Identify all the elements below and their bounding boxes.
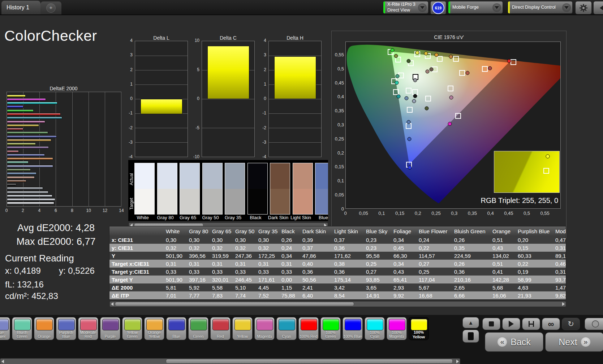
next-chevrons-icon: » <box>581 337 590 347</box>
y-tick-label: 10 <box>190 38 199 43</box>
patch-button-yellow-green[interactable]: Yellow Green <box>122 317 142 340</box>
deltae-bar-white <box>7 202 54 204</box>
patch-button-purple[interactable]: Purple <box>100 317 120 340</box>
row-label: Target Y <box>109 277 164 283</box>
settings-button[interactable] <box>575 1 592 14</box>
infinity-icon: ∞ <box>548 320 554 328</box>
y-tick-label: 1 <box>123 82 133 87</box>
up-arrow-icon: ▲ <box>468 320 474 326</box>
deltae-bar-gray-65 <box>7 195 52 197</box>
cie-x-tick: 0,1 <box>374 211 389 216</box>
patch-button-magenta[interactable]: Magenta <box>254 317 275 340</box>
table-cell: 171,62 <box>332 253 364 259</box>
chevron-down-icon[interactable] <box>562 3 571 12</box>
table-cell: 396,56 <box>187 253 210 259</box>
meter-display-control[interactable]: Direct Display Control <box>508 1 573 14</box>
add-tab[interactable]: + <box>40 1 61 14</box>
patch-button-blue[interactable]: Blue <box>166 317 186 340</box>
cie-measurement-dot <box>448 122 452 126</box>
deltae-bar-blue <box>7 135 57 138</box>
play-button[interactable] <box>502 318 520 330</box>
add-tab-icon[interactable]: + <box>46 3 56 13</box>
bottom-scrollbar[interactable] <box>0 358 460 364</box>
patch-button-red[interactable]: Red <box>210 317 231 340</box>
table-cell: 5,92 <box>187 285 210 291</box>
patch-button-cyan[interactable]: Cyan <box>276 317 297 340</box>
cie-measurement-dot <box>430 67 434 71</box>
table-cell: 171,61 <box>256 277 279 283</box>
chevron-down-icon[interactable] <box>418 3 427 12</box>
tab-history-1[interactable]: History 1 <box>1 1 40 14</box>
table-cell: 0,20 <box>516 237 553 243</box>
step-pattern-button[interactable] <box>522 318 540 330</box>
table-cell: 7,52 <box>256 292 279 299</box>
patch-button-100-cyan[interactable]: 100% Cyan <box>365 317 385 340</box>
cie-measurement-dot <box>465 71 469 75</box>
table-scrollbar-thumb[interactable] <box>115 302 354 306</box>
table-cell: 0,19 <box>516 269 553 275</box>
stop-button[interactable] <box>482 318 500 330</box>
meter-instrument[interactable]: X-Rite i1Pro 3Direct View <box>383 1 428 14</box>
patch-button-100-blue[interactable]: 100% Blue <box>343 317 363 340</box>
patch-label: Blue <box>167 335 186 339</box>
table-cell: 4,63 <box>516 285 553 291</box>
scroll-left-icon[interactable] <box>1 360 4 363</box>
patch-color <box>58 319 75 330</box>
scroll-up-button[interactable]: ▲ <box>462 317 479 328</box>
scroll-right-icon[interactable] <box>456 360 459 363</box>
cie-target-square <box>511 59 516 65</box>
cie-measurement-dot <box>407 59 411 63</box>
cie-title: CIE 1976 u'v' <box>331 34 567 40</box>
patch-button-orange[interactable]: Orange <box>34 317 54 340</box>
table-row: Target y:CIE310,330,330,330,330,330,330,… <box>109 268 566 276</box>
patch-color <box>124 319 141 330</box>
compare-swatch-blue <box>315 163 328 214</box>
actual-color <box>180 163 199 189</box>
patch-button-blue-flower[interactable]: Blue Flower <box>0 317 10 340</box>
row-label: Target y:CIE31 <box>109 269 164 275</box>
actual-color <box>293 163 313 189</box>
patch-button-100-yellow[interactable]: 100% Yellow <box>409 317 429 340</box>
back-button[interactable]: « Back <box>485 332 543 352</box>
cie-target-square <box>482 66 488 72</box>
patch-button-bluish-green[interactable]: Bluish Green <box>12 317 32 340</box>
cie-y-tick: 0,45 <box>330 80 344 86</box>
bottom-scrollbar-thumb[interactable] <box>166 359 453 364</box>
meter-source[interactable]: Mobile Forge <box>448 1 503 14</box>
patch-button-moderate-red[interactable]: Moderate Red <box>78 317 98 340</box>
patch-button-purplish-blue[interactable]: Purplish Blue <box>56 317 76 340</box>
column-header: Orange <box>490 228 516 234</box>
scroll-left-icon[interactable] <box>111 302 113 306</box>
table-scrollbar[interactable] <box>109 301 566 307</box>
patch-button-100-magenta[interactable]: 100% Magenta <box>387 317 407 340</box>
cie-measurement-dot <box>396 74 400 78</box>
continuous-button[interactable]: ∞ <box>542 318 560 330</box>
cie-x-tick: 0,2 <box>411 211 425 216</box>
patch-button-100-red[interactable]: 100% Red <box>298 317 319 340</box>
patch-button-orange-yellow[interactable]: Orange Yellow <box>144 317 164 340</box>
collapse-panel-button[interactable] <box>593 1 603 14</box>
patch-button-yellow[interactable]: Yellow <box>232 317 253 340</box>
scroll-right-icon[interactable] <box>562 302 565 306</box>
patch-color <box>102 319 119 330</box>
swatch-label: Dark Skin <box>266 215 290 220</box>
record-button[interactable] <box>585 318 603 330</box>
gridline <box>135 56 188 56</box>
patch-button-100-green[interactable]: 100% Green <box>320 317 341 340</box>
pattern-window-button[interactable] <box>462 330 479 343</box>
gridline <box>269 56 321 56</box>
y-tick-label: 4 <box>123 38 133 43</box>
patch-label: 100% Blue <box>343 335 362 339</box>
table-cell: 50,56 <box>300 277 332 283</box>
exposure-badge-button[interactable]: 619 <box>430 1 446 14</box>
patch-label: Yellow <box>233 335 252 339</box>
patch-button-green[interactable]: Green <box>188 317 208 340</box>
loop-button[interactable]: ↻ <box>562 318 580 330</box>
reading-cdm2: cd/m²: 452,83 <box>5 291 58 301</box>
cie-x-tick: 0,5 <box>520 211 534 216</box>
next-button[interactable]: Next » <box>545 332 603 352</box>
gear-icon <box>579 4 588 12</box>
swatch-label: Gray 50 <box>199 215 223 220</box>
chevron-down-icon[interactable] <box>492 3 501 12</box>
patch-label: Blue Flower <box>0 331 10 339</box>
